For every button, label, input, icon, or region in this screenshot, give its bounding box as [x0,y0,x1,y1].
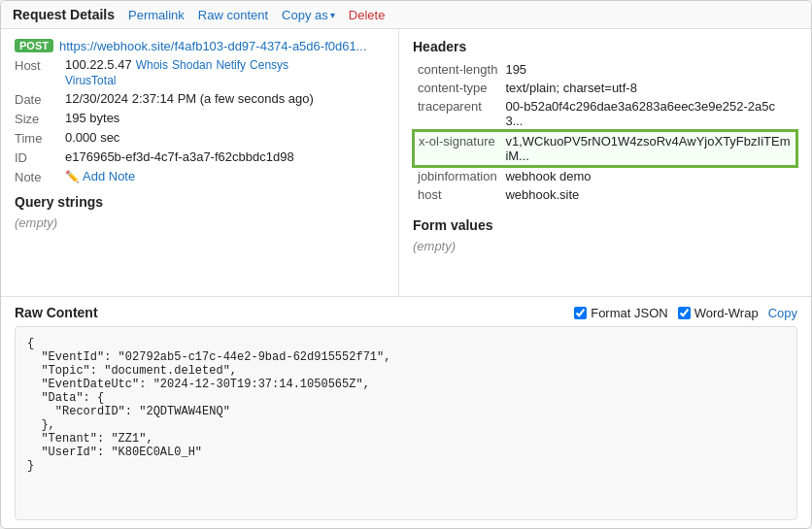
raw-content-section: Raw Content Format JSON Word-Wrap Copy {… [1,296,811,528]
time-value: 0.000 sec [65,130,385,145]
delete-button[interactable]: Delete [349,8,386,22]
raw-copy-button[interactable]: Copy [768,306,797,320]
virustotal-link[interactable]: VirusTotal [65,74,116,87]
time-label: Time [15,130,65,146]
header-name-cell: jobinformation [414,166,501,185]
query-strings-section: Query strings (empty) [15,194,385,230]
whois-link[interactable]: Whois [136,58,168,72]
header-row: traceparent00-b52a0f4c296dae3a6283a6eec3… [414,97,796,131]
host-main: 100.22.5.47 Whois Shodan Netify Censys [65,57,288,72]
add-note-text: Add Note [83,169,135,183]
pencil-icon: ✏️ [65,170,80,183]
toolbar-title: Request Details [13,7,115,22]
format-json-label[interactable]: Format JSON [574,306,667,320]
header-row: x-ol-signaturev1,WCkuoPV5rNO1W4zsoRv4AwY… [414,131,796,166]
size-value: 195 bytes [65,111,385,125]
id-row: ID e176965b-ef3d-4c7f-a3a7-f62cbbdc1d98 [15,149,385,165]
header-name-cell: x-ol-signature [414,131,501,166]
time-row: Time 0.000 sec [15,130,385,146]
date-value: 12/30/2024 2:37:14 PM (a few seconds ago… [65,91,385,106]
header-row: content-length195 [414,60,796,79]
form-values-value: (empty) [413,239,456,253]
chevron-down-icon: ▾ [330,10,335,20]
netify-link[interactable]: Netify [216,58,246,72]
date-label: Date [15,91,65,107]
permalink-link[interactable]: Permalink [128,8,185,22]
id-value: e176965b-ef3d-4c7f-a3a7-f62cbbdc1d98 [65,149,385,164]
main-window: Request Details Permalink Raw content Co… [0,0,812,529]
host-label: Host [15,57,65,73]
url-row: POST https://webhook.site/f4afb103-dd97-… [15,39,385,53]
raw-content-link[interactable]: Raw content [198,8,268,22]
size-row: Size 195 bytes [15,111,385,126]
header-row: content-typetext/plain; charset=utf-8 [414,79,796,97]
raw-content-title: Raw Content [15,305,564,320]
form-values-title: Form values [413,217,797,233]
date-row: Date 12/30/2024 2:37:14 PM (a few second… [15,91,385,107]
note-row: Note ✏️ Add Note [15,169,385,184]
header-value-cell: v1,WCkuoPV5rNO1W4zsoRv4AwYjoXTyFbzIiTEmi… [501,131,796,166]
toolbar: Request Details Permalink Raw content Co… [1,1,811,29]
form-values-section: Form values (empty) [413,217,797,253]
header-value-cell: webhook.site [501,185,796,204]
header-value-cell: 00-b52a0f4c296dae3a6283a6eec3e9e252-2a5c… [501,97,796,131]
header-name-cell: content-type [414,79,501,97]
word-wrap-checkbox[interactable] [678,307,691,319]
query-strings-value: (empty) [15,215,57,230]
raw-header: Raw Content Format JSON Word-Wrap Copy [15,305,797,320]
format-json-checkbox[interactable] [574,307,587,319]
word-wrap-label[interactable]: Word-Wrap [678,306,759,320]
headers-table: content-length195content-typetext/plain;… [413,60,797,204]
header-value-cell: webhook demo [501,166,796,185]
host-links: 100.22.5.47 Whois Shodan Netify Censys V… [65,57,288,87]
host-sub-links: VirusTotal [65,74,288,87]
headers-title: Headers [413,39,797,54]
shodan-link[interactable]: Shodan [172,58,212,72]
host-row: Host 100.22.5.47 Whois Shodan Netify Cen… [15,57,385,87]
header-name-cell: host [414,185,501,204]
header-name-cell: content-length [414,60,501,79]
censys-link[interactable]: Censys [250,58,288,72]
raw-code-area: { "EventId": "02792ab5-c17c-44e2-9bad-62… [15,326,797,520]
header-value-cell: text/plain; charset=utf-8 [501,79,796,97]
content-area: POST https://webhook.site/f4afb103-dd97-… [1,29,811,296]
header-name-cell: traceparent [414,97,501,131]
id-label: ID [15,149,65,165]
header-row: hostwebhook.site [414,185,796,204]
header-value-cell: 195 [501,60,796,79]
left-panel: POST https://webhook.site/f4afb103-dd97-… [1,29,399,296]
header-row: jobinformationwebhook demo [414,166,796,185]
right-panel: Headers content-length195content-typetex… [399,29,811,296]
host-ip: 100.22.5.47 [65,57,132,72]
note-label: Note [15,169,65,184]
size-label: Size [15,111,65,126]
url-value: https://webhook.site/f4afb103-dd97-4374-… [59,39,385,53]
method-badge: POST [15,39,53,52]
add-note-link[interactable]: ✏️ Add Note [65,169,135,183]
copy-as-button[interactable]: Copy as ▾ [282,8,335,22]
query-strings-title: Query strings [15,194,385,210]
